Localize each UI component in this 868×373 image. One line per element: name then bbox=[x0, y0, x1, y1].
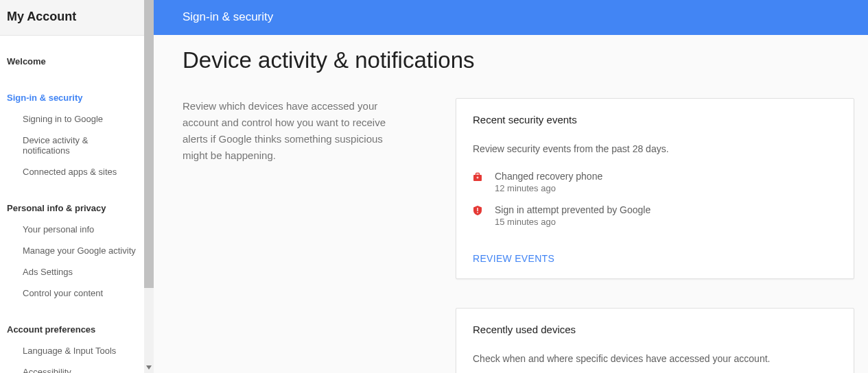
page-description: Review which devices have accessed your … bbox=[183, 98, 402, 164]
svg-rect-5 bbox=[477, 212, 478, 213]
card-title: Recent security events bbox=[473, 114, 837, 125]
app-title: My Account bbox=[7, 10, 137, 24]
sidebar: My Account Welcome Sign-in & security Si… bbox=[0, 0, 144, 373]
card-title: Recently used devices bbox=[473, 324, 837, 335]
event-title: Sign in attempt prevented by Google bbox=[495, 204, 837, 215]
main-header: Sign-in & security bbox=[154, 0, 868, 35]
sidebar-item-account-preferences[interactable]: Account preferences bbox=[0, 316, 144, 340]
recently-used-devices-card: Recently used devices Check when and whe… bbox=[456, 308, 854, 373]
event-time: 15 minutes ago bbox=[495, 217, 837, 227]
scrollbar-thumb[interactable] bbox=[144, 0, 154, 288]
sidebar-item-personal-info[interactable]: Personal info & privacy bbox=[0, 195, 144, 219]
sidebar-subitem-google-activity[interactable]: Manage your Google activity bbox=[0, 240, 144, 261]
review-events-link[interactable]: REVIEW EVENTS bbox=[473, 253, 554, 264]
sidebar-subitem-device-activity[interactable]: Device activity & notifications bbox=[0, 130, 144, 161]
sidebar-item-welcome[interactable]: Welcome bbox=[0, 36, 144, 72]
main-content: Sign-in & security Device activity & not… bbox=[154, 0, 868, 373]
sidebar-subitem-control-content[interactable]: Control your content bbox=[0, 282, 144, 304]
security-event-row: Sign in attempt prevented by Google 15 m… bbox=[473, 204, 837, 227]
scroll-down-arrow-icon[interactable] bbox=[144, 363, 154, 372]
main-header-title: Sign-in & security bbox=[183, 10, 273, 23]
card-subtitle: Check when and where specific devices ha… bbox=[473, 353, 837, 364]
sidebar-subitem-ads-settings[interactable]: Ads Settings bbox=[0, 261, 144, 282]
sidebar-subitem-language[interactable]: Language & Input Tools bbox=[0, 340, 144, 361]
svg-rect-3 bbox=[478, 177, 478, 179]
sidebar-subitem-accessibility[interactable]: Accessibility bbox=[0, 361, 144, 373]
card-subtitle: Review security events from the past 28 … bbox=[473, 143, 837, 154]
recent-security-events-card: Recent security events Review security e… bbox=[456, 98, 854, 279]
svg-rect-4 bbox=[477, 208, 478, 211]
security-event-row: Changed recovery phone 12 minutes ago bbox=[473, 171, 837, 193]
sidebar-subitem-connected-apps[interactable]: Connected apps & sites bbox=[0, 161, 144, 182]
svg-rect-1 bbox=[476, 173, 480, 176]
event-time: 12 minutes ago bbox=[495, 183, 837, 193]
sidebar-item-signin-security[interactable]: Sign-in & security bbox=[0, 72, 144, 108]
sidebar-subitem-signing-in[interactable]: Signing in to Google bbox=[0, 108, 144, 130]
event-title: Changed recovery phone bbox=[495, 171, 837, 182]
briefcase-icon bbox=[473, 172, 482, 182]
shield-alert-icon bbox=[473, 206, 482, 215]
sidebar-subitem-personal-info[interactable]: Your personal info bbox=[0, 219, 144, 240]
sidebar-header: My Account bbox=[0, 0, 144, 36]
sidebar-scrollbar[interactable] bbox=[144, 0, 154, 373]
page-title: Device activity & notifications bbox=[183, 47, 868, 73]
